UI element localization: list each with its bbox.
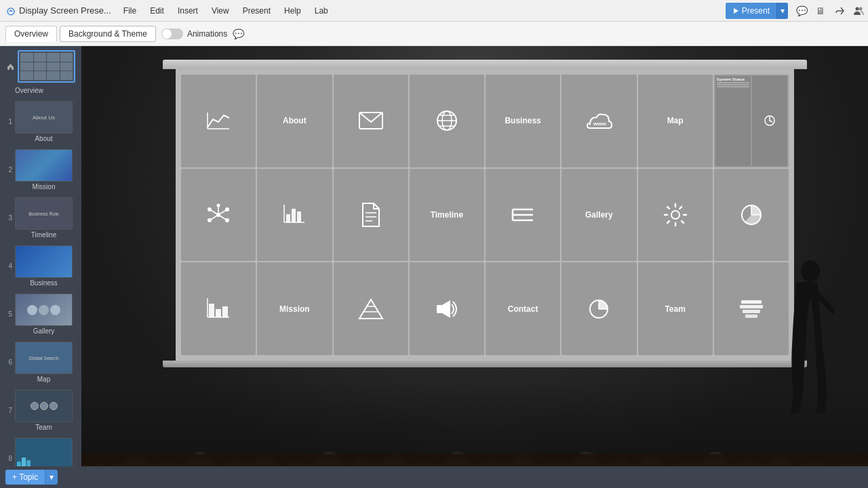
slide-7-thumb[interactable]: [15, 390, 73, 422]
svg-rect-45: [222, 306, 228, 317]
user-icon-btn[interactable]: [849, 1, 868, 20]
svg-line-20: [210, 209, 218, 215]
grid-cell-status[interactable]: System Status: [714, 75, 789, 167]
svg-rect-29: [297, 211, 301, 222]
secondbar: Overview Background & Theme Animations 💬: [0, 22, 868, 46]
menu-view[interactable]: View: [205, 0, 236, 22]
slide-1-label: About: [15, 135, 73, 142]
svg-rect-56: [743, 310, 760, 313]
grid-cell-lines[interactable]: [486, 169, 560, 262]
grid-cell-network[interactable]: [181, 169, 256, 262]
users-icon: [853, 6, 864, 16]
svg-rect-54: [741, 300, 762, 304]
content-area: About Business www: [81, 46, 868, 488]
grid-cell-about[interactable]: About: [257, 75, 332, 167]
menu-lab[interactable]: Lab: [308, 0, 335, 22]
sidebar-item-2[interactable]: 2 Mission: [4, 148, 77, 192]
grid-cell-speaker[interactable]: [410, 262, 484, 355]
grid-cell-gallery[interactable]: Gallery: [561, 169, 636, 262]
share-icon-btn[interactable]: [830, 1, 849, 20]
grid-cell-pyramid[interactable]: [334, 262, 408, 355]
slide-7-label: Team: [15, 424, 73, 431]
grid-cell-contact[interactable]: Contact: [486, 262, 560, 355]
add-topic-main[interactable]: + Topic: [5, 470, 45, 485]
slide-1-thumb[interactable]: About Us: [15, 101, 73, 134]
grid-cell-email[interactable]: [334, 75, 408, 167]
svg-line-22: [210, 215, 218, 220]
comment-icon[interactable]: 💬: [233, 28, 244, 39]
slide-3-label: Timeline: [15, 231, 73, 239]
add-topic-label: + Topic: [12, 472, 38, 482]
svg-rect-43: [209, 304, 214, 317]
animations-toggle[interactable]: [161, 28, 183, 39]
grid-cell-www[interactable]: www: [561, 75, 636, 167]
slide-8-thumb[interactable]: [15, 438, 73, 470]
slide-5-thumb[interactable]: [15, 293, 73, 326]
slide-2-thumb[interactable]: [15, 149, 73, 182]
grid-cell-business[interactable]: Business: [486, 75, 560, 167]
svg-line-23: [218, 215, 227, 220]
menu-file[interactable]: File: [117, 0, 143, 22]
topbar: Display Screen Prese... File Edit Insert…: [0, 0, 868, 22]
background-theme-tab[interactable]: Background & Theme: [60, 26, 156, 42]
add-topic-button[interactable]: + Topic ▾: [5, 470, 58, 485]
monitor-icon-btn[interactable]: 🖥: [811, 1, 830, 20]
svg-rect-28: [292, 209, 296, 222]
present-label: Present: [742, 6, 770, 16]
grid-cell-map[interactable]: Map: [638, 75, 713, 167]
overview-label: Overview: [5, 87, 43, 94]
svg-rect-44: [216, 309, 221, 317]
svg-point-2: [856, 7, 859, 10]
slide-4-thumb[interactable]: [15, 245, 73, 278]
app-title: Display Screen Prese...: [19, 5, 111, 16]
svg-rect-57: [745, 314, 757, 318]
sidebar-item-1[interactable]: 1 About Us About: [4, 100, 77, 144]
grid-cell-line-chart[interactable]: [181, 75, 256, 167]
sidebar-item-3[interactable]: 3 Business Rule Timeline: [4, 196, 77, 240]
sidebar-item-6[interactable]: 6 Global Search Map: [4, 340, 77, 384]
animations-label: Animations: [187, 29, 227, 39]
sidebar-overview-item[interactable]: Overview: [4, 49, 77, 96]
overview-thumb[interactable]: [18, 50, 75, 83]
grid-cell-bar-chart2[interactable]: [181, 262, 256, 355]
grid-cell-timeline[interactable]: Timeline: [410, 169, 484, 262]
grid-cell-pie2[interactable]: [561, 262, 636, 355]
bottombar: + Topic ▾: [0, 466, 868, 488]
overview-tab[interactable]: Overview: [5, 26, 57, 42]
screen-rail-top: [163, 60, 807, 69]
svg-marker-1: [734, 8, 738, 14]
slide-6-thumb[interactable]: Global Search: [15, 342, 73, 374]
presentation-screen: About Business www: [163, 60, 807, 385]
svg-line-21: [218, 209, 227, 215]
add-topic-dropdown-arrow[interactable]: ▾: [45, 470, 58, 485]
menu-present[interactable]: Present: [236, 0, 277, 22]
slide-6-label: Map: [15, 375, 73, 383]
grid-cell-pie[interactable]: [714, 169, 789, 262]
grid-cell-bar-chart[interactable]: [257, 169, 332, 262]
grid-cell-gear[interactable]: [638, 169, 713, 262]
menu-help[interactable]: Help: [277, 0, 308, 22]
sidebar-item-7[interactable]: 7 Team: [4, 388, 77, 432]
present-button[interactable]: Present ▾: [726, 3, 788, 19]
grid-cell-mission[interactable]: Mission: [257, 262, 332, 355]
screen-surface: About Business www: [176, 69, 794, 361]
grid-cell-globe[interactable]: [410, 75, 484, 167]
svg-point-3: [859, 7, 863, 10]
menu-bar: File Edit Insert View Present Help Lab: [117, 0, 335, 22]
menu-edit[interactable]: Edit: [143, 0, 171, 22]
present-dropdown-arrow[interactable]: ▾: [776, 3, 788, 19]
grid-cell-document[interactable]: [334, 169, 408, 262]
slide-2-label: Mission: [15, 183, 73, 190]
play-icon: [732, 7, 739, 14]
grid-cell-team[interactable]: Team: [638, 262, 713, 355]
svg-point-58: [801, 260, 820, 282]
sidebar-item-4[interactable]: 4 Business: [4, 244, 77, 288]
home-icon: [5, 52, 15, 81]
menu-insert[interactable]: Insert: [171, 0, 205, 22]
animations-toggle-group: Animations: [161, 28, 227, 39]
chat-icon-btn[interactable]: 💬: [792, 1, 811, 20]
slide-3-thumb[interactable]: Business Rule: [15, 197, 73, 230]
screen-rail-bottom: [163, 361, 807, 367]
sidebar-item-5[interactable]: 5 Gallery: [4, 292, 77, 336]
main-area: Overview 1 About Us About 2 Mission 3: [0, 46, 868, 488]
